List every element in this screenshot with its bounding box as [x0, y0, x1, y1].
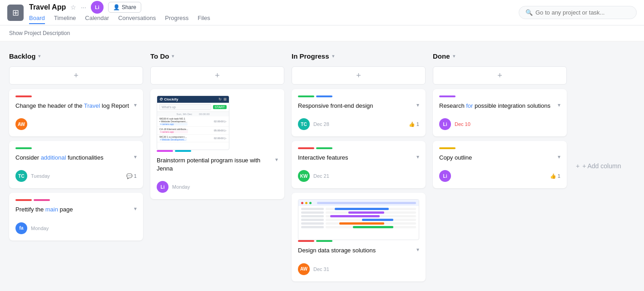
card-responsive-design[interactable]: Responsive front-end design ▾ TC Dec 28 …	[292, 89, 426, 136]
clockify-logo: ⏱ Clockify	[159, 97, 178, 101]
tab-conversations[interactable]: Conversations	[118, 15, 156, 24]
card-brainstorm[interactable]: ⏱ Clockify ↻ ⊞ What's up START Sun, 9th …	[150, 89, 284, 199]
avatar-initials-li-8: Li	[443, 122, 447, 127]
card-color-bars-8	[439, 95, 560, 97]
tab-progress[interactable]: Progress	[165, 15, 188, 24]
avatar-li-4: Li	[157, 181, 168, 193]
column-header-done: Done ▾	[433, 50, 567, 62]
add-card-todo[interactable]: +	[150, 66, 284, 85]
card-color-bars	[15, 95, 137, 97]
card-footer-6: KW Dec 21	[298, 170, 419, 182]
expand-icon-3[interactable]: ▾	[134, 206, 137, 212]
gantt-dot-red	[301, 202, 303, 204]
sub-header[interactable]: Show Project Description	[0, 25, 644, 41]
card-color-bars-7	[298, 240, 419, 242]
avatar-initials-fa: fa	[20, 226, 24, 231]
chevron-down-icon-inprogress[interactable]: ▾	[332, 53, 335, 59]
gantt-bar-container-6	[326, 226, 416, 228]
bar-blue-5	[316, 95, 332, 97]
gantt-bar-3	[330, 215, 380, 217]
expand-icon-5[interactable]: ▾	[416, 102, 419, 108]
clockify-time-3: 02:00:00 ▷	[214, 137, 227, 140]
card-copy-outline[interactable]: Copy outline ▾ Li 👍 1	[433, 141, 567, 188]
comment-badge: 💬 1	[126, 173, 137, 179]
share-button[interactable]: 👤 Share	[108, 2, 141, 13]
tab-timeline[interactable]: Timeline	[54, 15, 76, 24]
clockify-tag-1: • camera app	[159, 123, 188, 125]
card-additional-functionalities[interactable]: Consider additional functionalities ▾ TC…	[9, 141, 143, 188]
clockify-start-btn[interactable]: START	[213, 105, 227, 109]
gantt-row-2	[301, 211, 416, 214]
like-badge-5: 👍 1	[409, 121, 419, 127]
clockify-time-1: 02:00:00 ▷	[214, 120, 227, 123]
card-change-header[interactable]: Change the header of the Travel log Repo…	[9, 89, 143, 136]
gantt-bar-container-4	[326, 219, 416, 221]
tab-calendar[interactable]: Calendar	[85, 15, 109, 24]
share-label: Share	[122, 4, 136, 10]
expand-icon-6[interactable]: ▾	[416, 154, 419, 160]
show-project-description[interactable]: Show Project Description	[9, 30, 70, 36]
gantt-row-6	[301, 226, 416, 228]
gantt-bar-container-3	[326, 215, 416, 217]
chevron-down-icon-backlog[interactable]: ▾	[38, 53, 41, 59]
card-design-storage[interactable]: Design data storage solutions ▾ AW Dec 3…	[292, 193, 426, 281]
avatar-fa: fa	[15, 222, 27, 234]
expand-icon[interactable]: ▾	[134, 102, 137, 108]
card-footer-left-8: Li Dec 10	[439, 118, 471, 130]
avatar-li-8: Li	[439, 118, 451, 130]
chevron-down-icon-todo[interactable]: ▾	[172, 53, 174, 59]
expand-icon-9[interactable]: ▾	[558, 154, 560, 160]
card-research[interactable]: Research for possible integration soluti…	[433, 89, 567, 136]
expand-icon-7[interactable]: ▾	[416, 246, 419, 253]
add-column-label[interactable]: + Add column	[582, 162, 621, 170]
gantt-bar-4	[362, 219, 394, 221]
search-input[interactable]	[535, 9, 626, 16]
gantt-row-5	[301, 222, 416, 225]
card-footer-left-6: KW Dec 21	[298, 170, 329, 182]
add-card-inprogress[interactable]: +	[292, 66, 426, 85]
card-link-2[interactable]: additional	[41, 154, 66, 161]
card-title-brainstorm: Brainstorm potential program issue with …	[157, 156, 275, 173]
clockify-image: ⏱ Clockify ↻ ⊞ What's up START Sun, 9th …	[157, 95, 229, 150]
more-icon[interactable]: ···	[81, 4, 86, 11]
card-interactive-features[interactable]: Interactive features ▾ KW Dec 21	[292, 141, 426, 188]
chevron-down-icon-done[interactable]: ▾	[453, 53, 456, 59]
nav-tabs: Board Timeline Calendar Conversations Pr…	[29, 15, 210, 24]
clockify-input-row: What's up START	[157, 103, 229, 111]
card-date-tuesday: Tuesday	[31, 173, 50, 179]
column-title-inprogress: In Progress	[292, 52, 329, 60]
column-title-todo: To Do	[150, 52, 169, 60]
like-badge-9: 👍 1	[550, 173, 560, 179]
expand-icon-8[interactable]: ▾	[558, 102, 560, 108]
card-header-row-5: Responsive front-end design ▾	[298, 102, 419, 115]
add-card-done[interactable]: +	[433, 66, 567, 85]
expand-icon-4[interactable]: ▾	[275, 156, 278, 163]
card-footer-9: Li 👍 1	[439, 170, 560, 182]
bar-red-6	[298, 147, 314, 149]
clockify-tag-2: • camera app	[159, 130, 188, 133]
card-footer-left-3: fa Monday	[15, 222, 49, 234]
clockify-row-1: WD20-6 sub-task NO.1 • Website Developme…	[157, 116, 229, 127]
card-link-3[interactable]: main	[45, 206, 58, 213]
bar-red-3	[15, 199, 32, 201]
bar-green-5	[298, 95, 314, 97]
avatar-aw-7: AW	[298, 263, 310, 275]
card-prettify[interactable]: Prettify the main page ▾ fa Monday	[9, 193, 143, 240]
tab-files[interactable]: Files	[198, 15, 210, 24]
card-color-bars-4	[157, 150, 278, 152]
card-footer-left-2: TC Tuesday	[15, 170, 50, 182]
search-bar[interactable]: 🔍	[519, 6, 637, 19]
card-link[interactable]: Travel	[84, 102, 100, 109]
card-title-copy-outline: Copy outline	[439, 154, 472, 162]
card-footer-8: Li Dec 10	[439, 118, 560, 130]
expand-icon-2[interactable]: ▾	[134, 154, 137, 160]
add-column-button[interactable]: + + Add column	[574, 50, 629, 281]
app-icon: ⊞	[7, 5, 24, 21]
star-icon[interactable]: ☆	[70, 4, 76, 11]
tab-board[interactable]: Board	[29, 15, 45, 24]
card-header-row-6: Interactive features ▾	[298, 154, 419, 166]
bar-green-7	[316, 240, 332, 242]
add-card-backlog[interactable]: +	[9, 66, 143, 85]
card-link-8[interactable]: for	[466, 102, 473, 109]
gantt-dot-green	[309, 202, 312, 204]
